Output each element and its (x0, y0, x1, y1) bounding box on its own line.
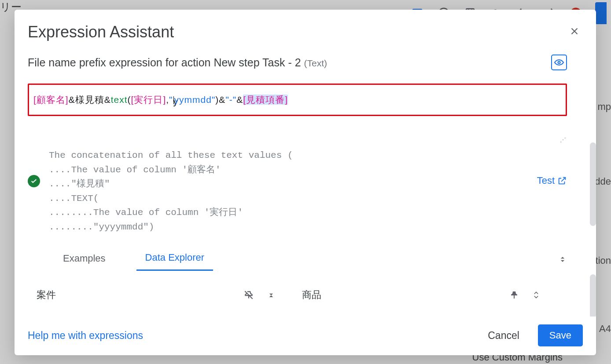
pin-icon[interactable] (509, 290, 519, 300)
expression-type: (Text) (304, 58, 328, 68)
modal-title: Expression Assistant (28, 23, 174, 41)
close-button[interactable] (566, 23, 583, 40)
table-section-1: 案件 (37, 288, 302, 302)
token-concat: & (236, 95, 243, 105)
success-check-icon (28, 175, 40, 187)
save-button[interactable]: Save (538, 324, 583, 346)
cancel-button[interactable]: Cancel (477, 325, 530, 346)
resize-handle-icon[interactable]: ⋰ (560, 136, 566, 143)
scroll-thumb[interactable] (590, 274, 596, 317)
token-string: " (169, 95, 173, 105)
expression-assistant-modal: Expression Assistant File name prefix ex… (15, 10, 596, 355)
modal-header: Expression Assistant (15, 10, 596, 46)
expression-editor-highlight: [顧客名]&様見積&text([実行日],"yyymmdd")&"-"&[見積項… (28, 84, 567, 116)
token-concat: & (219, 95, 225, 105)
token-paren: ( (128, 95, 131, 105)
token-column-selected: [見積項番] (243, 95, 288, 105)
data-tables-row: 案件 商品 (28, 288, 567, 302)
expression-explanation: The concatenation of all these text valu… (49, 149, 528, 234)
table-section-2: 商品 (302, 288, 567, 302)
table-name-2: 商品 (302, 288, 509, 302)
expression-label-row: File name prefix expression for action N… (28, 55, 567, 70)
token-column: [実行日] (131, 95, 166, 105)
test-label: Test (537, 175, 555, 186)
token-column: [顧客名] (33, 95, 69, 105)
help-link[interactable]: Help me with expressions (28, 330, 143, 342)
tab-data-explorer[interactable]: Data Explorer (136, 248, 213, 271)
expression-editor[interactable]: [顧客名]&様見積&text([実行日],"yyymmdd")&"-"&[見積項… (33, 94, 561, 106)
expression-label: File name prefix expression for action N… (28, 56, 304, 69)
text-cursor: y (173, 96, 174, 104)
table-name-1: 案件 (37, 288, 243, 302)
svg-point-6 (558, 62, 560, 64)
tab-examples[interactable]: Examples (54, 248, 114, 270)
test-button[interactable]: Test (537, 175, 567, 186)
scroll-thumb[interactable] (590, 142, 596, 226)
scrollbar[interactable] (589, 50, 596, 317)
preview-button[interactable] (551, 55, 567, 70)
editor-resize-area: ⋰ (28, 118, 567, 144)
token-concat: & (69, 95, 75, 105)
token-concat: & (104, 95, 111, 105)
token-string: yymmdd" (174, 95, 216, 105)
collapse-icon[interactable] (267, 290, 276, 300)
token-function: text (111, 95, 128, 105)
modal-body: File name prefix expression for action N… (15, 46, 596, 317)
modal-footer: Help me with expressions Cancel Save (15, 317, 596, 355)
unpin-icon[interactable] (243, 289, 254, 301)
explanation-row: The concatenation of all these text valu… (28, 149, 567, 234)
collapse-toggle-icon[interactable] (558, 255, 567, 264)
token-string: "-" (225, 95, 236, 105)
token-text: 様見積 (75, 95, 104, 105)
expand-icon[interactable] (532, 290, 541, 300)
tabs-row: Examples Data Explorer (28, 248, 567, 271)
